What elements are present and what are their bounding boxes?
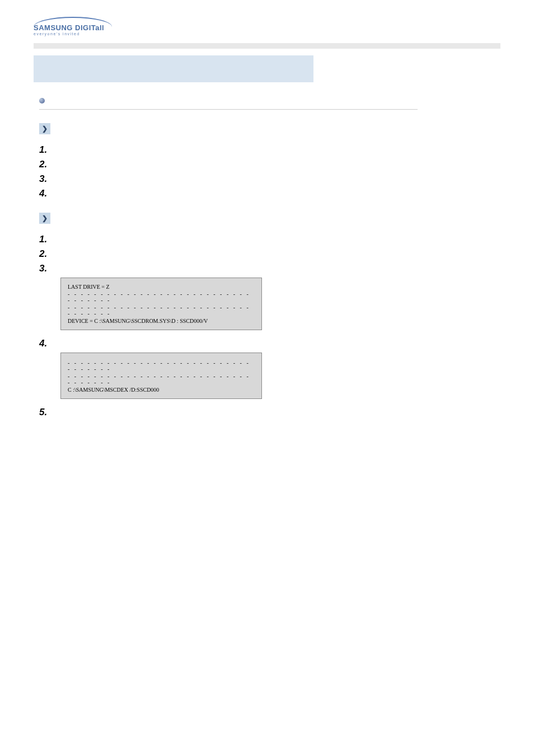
chevron-right-icon: ❯ <box>39 123 50 134</box>
step-item: 5. <box>39 407 500 418</box>
config-sys-box: LAST DRIVE = Z - - - - - - - - - - - - -… <box>60 278 262 330</box>
code-line: LAST DRIVE = Z <box>68 284 255 290</box>
step-number: 2. <box>39 159 53 170</box>
step-item: 4. <box>39 338 500 349</box>
step-number: 1. <box>39 234 53 245</box>
section-header <box>39 98 418 110</box>
step-number: 3. <box>39 173 53 185</box>
step-list-2: 1. 2. 3. LAST DRIVE = Z - - - - - - - - … <box>39 234 500 418</box>
code-line: - - - - - - - - - - - - - - - - - - - - … <box>68 373 255 386</box>
code-line: DEVICE = C :\SAMSUNG\SSCDROM.SYS\D : SSC… <box>68 318 255 324</box>
step-number: 3. <box>39 263 53 274</box>
code-line: - - - - - - - - - - - - - - - - - - - - … <box>68 304 255 317</box>
step-number: 4. <box>39 188 53 199</box>
title-banner <box>34 55 313 82</box>
step-item: 3. <box>39 263 500 274</box>
step-item: 1. <box>39 144 500 156</box>
step-number: 4. <box>39 338 53 349</box>
step-list-1: 1. 2. 3. 4. <box>39 144 500 199</box>
code-line: C :\SAMSUNG\MSCDEX /D:SSCD000 <box>68 387 255 393</box>
code-line: - - - - - - - - - - - - - - - - - - - - … <box>68 360 255 372</box>
subsection-1: ❯ <box>39 123 500 134</box>
logo: SAMSUNG DIGITall everyone's invited <box>34 17 500 36</box>
bullet-icon <box>39 98 45 104</box>
step-item: 3. <box>39 173 500 185</box>
header-divider <box>34 43 500 49</box>
chevron-right-icon: ❯ <box>39 213 50 224</box>
code-line: - - - - - - - - - - - - - - - - - - - - … <box>68 291 255 303</box>
step-item: 4. <box>39 188 500 199</box>
logo-tagline: everyone's invited <box>34 32 112 36</box>
step-item: 1. <box>39 234 500 245</box>
autoexec-bat-box: - - - - - - - - - - - - - - - - - - - - … <box>60 353 262 399</box>
step-item: 2. <box>39 248 500 260</box>
step-number: 1. <box>39 144 53 156</box>
step-number: 2. <box>39 248 53 260</box>
step-item: 2. <box>39 159 500 170</box>
step-number: 5. <box>39 407 53 418</box>
subsection-2: ❯ <box>39 213 500 224</box>
